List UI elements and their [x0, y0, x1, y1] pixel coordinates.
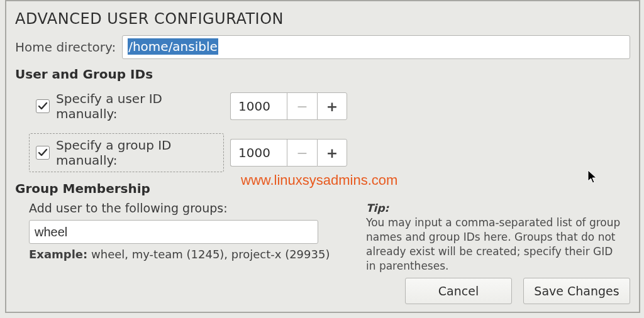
membership-label: Add user to the following groups:	[29, 201, 350, 215]
group-id-decrement-button[interactable]: −	[287, 139, 317, 167]
user-id-increment-button[interactable]: +	[317, 92, 347, 120]
user-id-spinner: 1000 − +	[230, 92, 347, 120]
group-id-checkbox[interactable]	[36, 146, 50, 160]
membership-input[interactable]	[29, 220, 318, 244]
ids-heading: User and Group IDs	[15, 67, 630, 82]
user-id-label: Specify a user ID manually:	[56, 91, 217, 121]
check-icon	[38, 148, 48, 158]
home-directory-input[interactable]: /home/ansible	[122, 35, 630, 59]
user-id-value[interactable]: 1000	[230, 92, 287, 120]
home-directory-value: /home/ansible	[128, 38, 218, 55]
example-text: wheel, my-team (1245), project-x (29935)	[87, 248, 330, 261]
user-id-decrement-button[interactable]: −	[287, 92, 317, 120]
user-id-checkbox[interactable]	[36, 99, 50, 113]
group-id-increment-button[interactable]: +	[317, 139, 347, 167]
tip-body: You may input a comma-separated list of …	[366, 216, 620, 272]
save-changes-button[interactable]: Save Changes	[523, 278, 630, 304]
membership-left: Add user to the following groups: Exampl…	[29, 201, 350, 261]
page-title: ADVANCED USER CONFIGURATION	[15, 10, 630, 28]
example-prefix: Example:	[29, 248, 87, 261]
group-id-checkbox-wrap[interactable]: Specify a group ID manually:	[29, 133, 224, 172]
membership-tip: Tip: You may input a comma-separated lis…	[366, 201, 630, 273]
check-icon	[38, 101, 48, 111]
home-directory-row: Home directory: /home/ansible	[15, 35, 630, 59]
ids-block: Specify a user ID manually: 1000 − + Spe…	[29, 87, 630, 172]
user-id-row: Specify a user ID manually: 1000 − +	[29, 87, 630, 126]
group-id-value[interactable]: 1000	[230, 139, 287, 167]
membership-block: Add user to the following groups: Exampl…	[15, 201, 630, 273]
cancel-button[interactable]: Cancel	[405, 278, 512, 304]
dialog-buttons: Cancel Save Changes	[405, 278, 630, 304]
dialog-body: ADVANCED USER CONFIGURATION Home directo…	[6, 1, 639, 282]
tip-heading: Tip:	[366, 202, 389, 214]
group-id-spinner: 1000 − +	[230, 139, 347, 167]
group-id-row: Specify a group ID manually: 1000 − +	[29, 133, 630, 172]
membership-example: Example: wheel, my-team (1245), project-…	[29, 248, 350, 261]
dialog: ADVANCED USER CONFIGURATION Home directo…	[5, 0, 640, 313]
group-id-label: Specify a group ID manually:	[56, 138, 217, 168]
home-directory-label: Home directory:	[15, 40, 116, 55]
user-id-checkbox-wrap[interactable]: Specify a user ID manually:	[29, 87, 224, 126]
membership-heading: Group Membership	[15, 181, 630, 196]
